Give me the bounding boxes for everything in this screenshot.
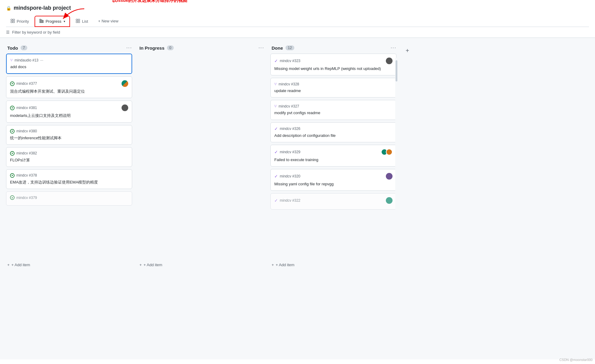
svg-rect-3 (11, 21, 12, 23)
done-icon-7: ✓ (274, 198, 278, 203)
svg-rect-10 (76, 21, 78, 23)
column-todo-title: Todo 7 (7, 45, 27, 51)
avatar-d1 (386, 58, 393, 64)
column-done-header: Done 12 ··· (270, 43, 398, 54)
card-done-4-meta: ✓ mindcv #326 (274, 126, 393, 131)
card-done-3-repo: ⑂ mindcv #327 (274, 104, 299, 108)
repo-name-d6: mindcv #320 (280, 174, 300, 178)
todo-add-item[interactable]: + + Add item (6, 260, 133, 270)
card-dots[interactable]: ··· (40, 58, 43, 62)
filter-icon: ☰ (6, 30, 10, 35)
card-done-3-meta: ⑂ mindcv #327 (274, 104, 393, 108)
card-done-7[interactable]: ✓ mindcv #322 (270, 193, 396, 210)
repo-name-3: mindcv #381 (16, 106, 37, 110)
card-todo-1[interactable]: ⑂ mindaudio #13 ··· add docs (6, 54, 132, 74)
circle-icon-3: ● (10, 106, 15, 110)
card-todo-2[interactable]: ● mindcv #377 混合式编程脚本开发测试、重训及问题定位 (6, 76, 132, 98)
avatar-3 (122, 104, 128, 111)
card-todo-5[interactable]: ● mindcv #382 FLOPs计算 (6, 147, 132, 167)
annotation-text: 以issue的开发进展来分组排序的视图 (112, 0, 187, 3)
svg-rect-8 (76, 19, 78, 21)
done-add-label: + Add item (276, 263, 295, 267)
svg-rect-6 (41, 20, 42, 23)
inprogress-add-item[interactable]: + + Add item (138, 260, 266, 270)
card-done-2-title: update readme (274, 88, 393, 94)
done-icon-4: ✓ (274, 126, 278, 131)
repo-name-2: mindcv #377 (16, 81, 37, 86)
card-todo-7-repo: ● mindcv #379 (10, 195, 37, 200)
avatar-group-d5 (381, 149, 393, 155)
tab-priority-label: Priority (17, 19, 29, 24)
inprogress-menu[interactable]: ··· (259, 45, 264, 51)
svg-rect-9 (78, 19, 80, 21)
done-icon-5: ✓ (274, 150, 278, 154)
card-todo-7[interactable]: ● mindcv #379 (6, 191, 132, 206)
card-done-6-title: Missing yaml config file for repvgg (274, 181, 393, 187)
card-todo-7-meta: ● mindcv #379 (10, 195, 128, 200)
circle-icon-2: ● (10, 81, 15, 86)
card-todo-3[interactable]: ● mindcv #381 modelarts上云接口支持及文档说明 (6, 101, 132, 122)
svg-rect-1 (11, 19, 12, 21)
done-title-text: Done (272, 45, 283, 51)
tab-priority[interactable]: Priority (6, 16, 33, 27)
done-scrollbar-track[interactable] (395, 58, 398, 339)
svg-rect-4 (13, 21, 15, 23)
card-done-1-title: Missing model weight urls in RepMLP (wei… (274, 66, 393, 71)
circle-icon-4: ● (10, 129, 15, 134)
card-todo-1-meta: ⑂ mindaudio #13 ··· (10, 58, 128, 62)
card-done-3[interactable]: ⑂ mindcv #327 modify pvt configs readme (270, 100, 396, 120)
repo-name-7: mindcv #379 (16, 196, 37, 200)
new-view-label: + New view (98, 19, 119, 23)
tab-progress[interactable]: Progress ▾ (35, 16, 70, 27)
list-tab-icon (76, 19, 80, 24)
card-todo-5-meta: ● mindcv #382 (10, 151, 128, 156)
tab-list-label: List (82, 19, 88, 24)
column-inprogress-title: In Progress 0 (139, 45, 174, 51)
todo-cards: ⑂ mindaudio #13 ··· add docs ● mindcv #3… (6, 54, 133, 260)
card-done-4[interactable]: ✓ mindcv #326 Add description of configu… (270, 122, 396, 142)
card-todo-6[interactable]: ● mindcv #378 EMA改进，支持边训练边验证使用EMA模型的精度 (6, 169, 132, 189)
card-todo-4-repo: ● mindcv #380 (10, 129, 37, 134)
card-done-1-meta: ✓ mindcv #323 (274, 58, 393, 64)
avatar-2 (122, 80, 128, 87)
tab-progress-dropdown-icon[interactable]: ▾ (64, 20, 65, 23)
repo-name-4: mindcv #380 (16, 129, 37, 133)
card-done-6-repo: ✓ mindcv #320 (274, 174, 300, 179)
card-todo-3-repo: ● mindcv #381 (10, 106, 37, 110)
done-scrollbar-thumb (396, 60, 397, 81)
pr-done-icon-3: ⑂ (274, 104, 277, 108)
inprogress-add-label: + Add item (144, 263, 162, 267)
card-todo-2-meta: ● mindcv #377 (10, 80, 128, 87)
card-done-1[interactable]: ✓ mindcv #323 Missing model weight urls … (270, 54, 396, 75)
avatar-d6 (386, 173, 393, 180)
done-cards: ✓ mindcv #323 Missing model weight urls … (270, 54, 398, 260)
filter-text: Filter by keyword or by field (12, 30, 60, 35)
card-todo-6-repo: ● mindcv #378 (10, 173, 37, 178)
card-done-2[interactable]: ⑂ mindcv #328 update readme (270, 78, 396, 98)
card-done-6[interactable]: ✓ mindcv #320 Missing yaml config file f… (270, 169, 396, 191)
repo-name-6: mindcv #378 (16, 173, 37, 177)
todo-menu[interactable]: ··· (126, 45, 132, 51)
card-done-5[interactable]: ✓ mindcv #329 Failed to execute training (270, 145, 396, 167)
card-todo-5-title: FLOPs计算 (10, 157, 128, 163)
watermark: CSDN @moonstar000 (559, 358, 593, 359)
done-menu[interactable]: ··· (391, 45, 396, 51)
inprogress-title-text: In Progress (139, 45, 165, 51)
tab-list[interactable]: List (71, 16, 92, 27)
svg-rect-11 (78, 21, 80, 23)
new-view-tab[interactable]: + New view (94, 16, 123, 26)
todo-add-icon: + (7, 263, 10, 267)
column-todo: Todo 7 ··· ⑂ mindaudio #13 ··· add docs (6, 43, 133, 355)
done-add-item[interactable]: + + Add item (270, 260, 398, 270)
board: Todo 7 ··· ⑂ mindaudio #13 ··· add docs (0, 38, 595, 359)
repo-name-d7: mindcv #322 (280, 198, 300, 203)
card-todo-6-meta: ● mindcv #378 (10, 173, 128, 178)
card-todo-6-title: EMA改进，支持边训练边验证使用EMA模型的精度 (10, 180, 128, 185)
add-column-button[interactable]: + (403, 46, 412, 55)
column-done-title: Done 12 (272, 45, 294, 51)
repo-name-5: mindcv #382 (16, 151, 37, 155)
card-todo-4[interactable]: ● mindcv #380 统一的inference性能测试脚本 (6, 125, 132, 145)
inprogress-add-icon: + (139, 263, 142, 267)
card-todo-3-meta: ● mindcv #381 (10, 104, 128, 111)
card-done-4-title: Add description of configuration file (274, 133, 393, 138)
